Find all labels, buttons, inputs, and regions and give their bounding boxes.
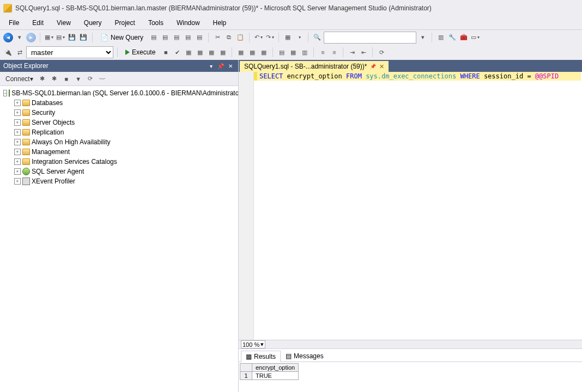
live-stats-icon[interactable]: ▦	[259, 47, 269, 57]
script-dmx-icon[interactable]: ▤	[172, 33, 181, 42]
script-db-icon[interactable]: ▤	[149, 33, 159, 42]
save-all-icon[interactable]: 💾	[78, 33, 88, 42]
cell[interactable]: TRUE	[252, 372, 299, 380]
specify-values-icon[interactable]: ⟳	[377, 47, 386, 57]
zoom-select[interactable]: 100 % ▾	[241, 340, 265, 348]
results-to-grid-icon[interactable]: ▦	[288, 47, 298, 57]
oe-filter-icon[interactable]: ▼	[74, 74, 83, 84]
query-options-icon[interactable]: ▦	[195, 47, 205, 57]
toolbox-drop-icon[interactable]: ▭	[470, 33, 480, 42]
sql-editor[interactable]: SELECT encrypt_option FROM sys.dm_exec_c…	[239, 72, 582, 340]
menu-view[interactable]: View	[51, 17, 76, 28]
tree-node[interactable]: +XEvent Profiler	[0, 176, 238, 186]
nav-back-icon[interactable]: ◄	[3, 33, 13, 42]
oe-pin-icon[interactable]: 📌	[216, 62, 225, 70]
script-xmla-icon[interactable]: ▤	[183, 33, 193, 42]
execute-button[interactable]: Execute	[122, 47, 159, 58]
oe-connect-button[interactable]: Connect ▾	[3, 74, 35, 84]
search-input[interactable]	[324, 32, 416, 44]
collapse-icon[interactable]: −	[3, 90, 7, 96]
expand-icon[interactable]: +	[14, 129, 21, 136]
tree-server-root[interactable]: − SB-MS-SQL01.bierman.lan (SQL Server 16…	[0, 88, 238, 98]
pin-icon[interactable]: 📌	[370, 64, 376, 69]
oe-close-icon[interactable]: ✕	[226, 62, 235, 70]
registered-servers-icon[interactable]: ▥	[436, 33, 446, 42]
expand-icon[interactable]: +	[14, 139, 21, 145]
oe-disconnect-icon[interactable]: ✱	[38, 74, 47, 84]
activity-monitor-icon[interactable]: ▦	[283, 33, 293, 42]
editor-tab[interactable]: SQLQuery1.sql - SB-...administrator (59)…	[240, 61, 389, 72]
copy-icon[interactable]: ⧉	[224, 33, 234, 42]
save-icon[interactable]: 💾	[67, 33, 77, 42]
sql-line-1[interactable]: SELECT encrypt_option FROM sys.dm_exec_c…	[259, 72, 559, 81]
comment-icon[interactable]: ≡	[318, 47, 328, 57]
find-icon[interactable]: 🔍	[312, 33, 322, 42]
uncomment-icon[interactable]: ≡	[329, 47, 339, 57]
script-dax-icon[interactable]: ▤	[195, 33, 204, 42]
open-icon[interactable]: ▤	[56, 33, 65, 42]
nav-back-drop-icon[interactable]: ▾	[15, 33, 25, 42]
menu-project[interactable]: Project	[110, 17, 141, 28]
outdent-icon[interactable]: ⇤	[359, 47, 368, 57]
oe-disconnect-all-icon[interactable]: ✱	[50, 74, 59, 84]
new-query-button[interactable]: 📄 New Query	[96, 32, 147, 43]
include-plan-icon[interactable]: ▦	[236, 47, 246, 57]
estimated-plan-icon[interactable]: ▦	[184, 47, 193, 57]
menu-query[interactable]: Query	[78, 17, 107, 28]
tab-close-icon[interactable]: ✕	[379, 63, 384, 70]
messages-tab[interactable]: ▤ Messages	[281, 350, 329, 362]
menu-file[interactable]: File	[3, 17, 25, 28]
tree-node[interactable]: +Replication	[0, 127, 238, 137]
undo-icon[interactable]: ↶	[253, 33, 263, 42]
cut-icon[interactable]: ✂	[213, 33, 222, 42]
script-mdx-icon[interactable]: ▤	[160, 33, 170, 42]
expand-icon[interactable]: +	[14, 178, 21, 185]
expand-icon[interactable]: +	[14, 100, 21, 106]
toolbox-icon[interactable]: 🧰	[459, 33, 469, 42]
expand-icon[interactable]: +	[14, 158, 21, 165]
new-project-icon[interactable]: ▦	[44, 33, 54, 42]
paste-icon[interactable]: 📋	[235, 33, 245, 42]
redo-icon[interactable]: ↷	[265, 33, 275, 42]
stop-icon[interactable]: ■	[161, 47, 171, 57]
column-header[interactable]	[240, 364, 252, 372]
table-row[interactable]: 1TRUE	[240, 372, 299, 380]
menu-tools[interactable]: Tools	[143, 17, 169, 28]
tree-node[interactable]: +Management	[0, 147, 238, 157]
results-to-text-icon[interactable]: ▤	[277, 47, 287, 57]
menu-help[interactable]: Help	[208, 17, 232, 28]
folder-icon	[22, 100, 30, 106]
indent-icon[interactable]: ⇥	[347, 47, 357, 57]
database-select[interactable]: master	[26, 46, 113, 58]
tree-node[interactable]: +Security	[0, 108, 238, 118]
change-connection-icon[interactable]: ⇄	[15, 47, 25, 57]
properties-icon[interactable]: 🔧	[447, 33, 457, 42]
intellisense-icon[interactable]: ▦	[207, 47, 216, 57]
expand-icon[interactable]: +	[14, 119, 21, 126]
expand-icon[interactable]: +	[14, 109, 21, 116]
row-number[interactable]: 1	[240, 372, 252, 380]
parse-icon[interactable]: ✔	[172, 47, 182, 57]
oe-stop-icon[interactable]: ■	[62, 74, 71, 84]
include-stats-icon[interactable]: ▦	[247, 47, 257, 57]
expand-icon[interactable]: +	[14, 149, 21, 155]
connect-icon[interactable]: 🔌	[3, 47, 13, 57]
tree-node[interactable]: +Integration Services Catalogs	[0, 157, 238, 167]
tree-node[interactable]: +SQL Server Agent	[0, 167, 238, 176]
menu-window[interactable]: Window	[171, 17, 205, 28]
tree-node[interactable]: +Always On High Availability	[0, 137, 238, 147]
column-header[interactable]: encrypt_option	[252, 364, 299, 372]
results-grid[interactable]: encrypt_option 1TRUE	[240, 363, 299, 380]
activity-monitor-drop-icon[interactable]	[294, 33, 304, 42]
tree-node[interactable]: +Server Objects	[0, 118, 238, 127]
menu-edit[interactable]: Edit	[27, 17, 49, 28]
expand-icon[interactable]: +	[14, 168, 21, 175]
tree-node[interactable]: +Databases	[0, 98, 238, 108]
oe-refresh-icon[interactable]: ⟳	[86, 74, 95, 84]
oe-dropdown-icon[interactable]: ▾	[207, 62, 215, 70]
results-to-file-icon[interactable]: ▥	[300, 47, 310, 57]
results-grid-icon[interactable]: ▦	[218, 47, 228, 57]
results-tab[interactable]: ▦ Results	[241, 351, 281, 362]
oe-activity-icon[interactable]: 〰	[98, 74, 107, 84]
search-drop-icon[interactable]: ▾	[418, 33, 428, 42]
